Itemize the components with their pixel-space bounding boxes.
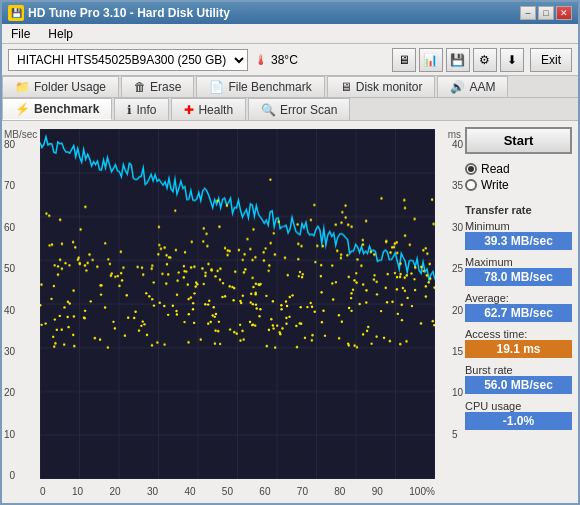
minimize-button[interactable]: – bbox=[520, 6, 536, 20]
window-title: HD Tune Pro 3.10 - Hard Disk Utility bbox=[28, 6, 230, 20]
title-bar: 💾 HD Tune Pro 3.10 - Hard Disk Utility –… bbox=[2, 2, 578, 24]
maximum-value: 78.0 MB/sec bbox=[465, 268, 572, 286]
y-axis-right: 40 35 30 25 20 15 10 5 bbox=[452, 139, 463, 481]
tab-error-scan[interactable]: 🔍 Error Scan bbox=[248, 98, 350, 120]
tab-disk-monitor[interactable]: 🖥 Disk monitor bbox=[327, 76, 436, 97]
info-icon: ℹ bbox=[127, 103, 132, 117]
minimum-value: 39.3 MB/sec bbox=[465, 232, 572, 250]
benchmark-icon: ⚡ bbox=[15, 102, 30, 116]
access-time-value: 19.1 ms bbox=[465, 340, 572, 358]
write-radio[interactable] bbox=[465, 179, 477, 191]
cpu-usage-title: CPU usage bbox=[465, 400, 572, 412]
right-panel: Start Read Write Transfer rate Minimum 3… bbox=[463, 121, 578, 503]
maximum-stat: Maximum 78.0 MB/sec bbox=[465, 256, 572, 286]
main-window: 💾 HD Tune Pro 3.10 - Hard Disk Utility –… bbox=[0, 0, 580, 505]
burst-rate-stat: Burst rate 56.0 MB/sec bbox=[465, 364, 572, 394]
average-value: 62.7 MB/sec bbox=[465, 304, 572, 322]
read-radio-row[interactable]: Read bbox=[465, 162, 572, 176]
cpu-usage-stat: CPU usage -1.0% bbox=[465, 400, 572, 430]
menu-file[interactable]: File bbox=[8, 27, 33, 41]
main-content: MB/sec ms 80 70 60 50 40 30 20 10 0 40 3… bbox=[2, 121, 578, 503]
minimum-stat: Minimum 39.3 MB/sec bbox=[465, 220, 572, 250]
menu-bar: File Help bbox=[2, 24, 578, 44]
write-radio-row[interactable]: Write bbox=[465, 178, 572, 192]
error-scan-icon: 🔍 bbox=[261, 103, 276, 117]
tab-row-2: ⚡ Benchmark ℹ Info ✚ Health 🔍 Error Scan bbox=[2, 98, 578, 121]
toolbar-btn-3[interactable]: 💾 bbox=[446, 48, 470, 72]
monitor-icon: 🖥 bbox=[340, 80, 352, 94]
burst-rate-value: 56.0 MB/sec bbox=[465, 376, 572, 394]
start-button[interactable]: Start bbox=[465, 127, 572, 154]
transfer-rate-title: Transfer rate bbox=[465, 204, 572, 216]
thermometer-icon: 🌡 bbox=[254, 52, 268, 68]
maximum-label: Maximum bbox=[465, 256, 572, 268]
temperature-value: 38°C bbox=[271, 53, 298, 67]
toolbar-btn-4[interactable]: ⚙ bbox=[473, 48, 497, 72]
file-icon: 📄 bbox=[209, 80, 224, 94]
y-axis-left: 80 70 60 50 40 30 20 10 0 bbox=[4, 139, 15, 481]
x-axis: 0 10 20 30 40 50 60 70 80 90 100% bbox=[40, 486, 435, 497]
exit-button[interactable]: Exit bbox=[530, 48, 572, 72]
chart-container: MB/sec ms 80 70 60 50 40 30 20 10 0 40 3… bbox=[2, 121, 463, 503]
tab-file-benchmark[interactable]: 📄 File Benchmark bbox=[196, 76, 324, 97]
toolbar: HITACHI HTS545025B9A300 (250 GB) 🌡 38°C … bbox=[2, 44, 578, 76]
tab-info[interactable]: ℹ Info bbox=[114, 98, 169, 120]
menu-help[interactable]: Help bbox=[45, 27, 76, 41]
minimum-label: Minimum bbox=[465, 220, 572, 232]
tab-erase[interactable]: 🗑 Erase bbox=[121, 76, 194, 97]
toolbar-btn-5[interactable]: ⬇ bbox=[500, 48, 524, 72]
disk-selector[interactable]: HITACHI HTS545025B9A300 (250 GB) bbox=[8, 49, 248, 71]
mode-radio-group: Read Write bbox=[465, 162, 572, 192]
toolbar-icons: 🖥 📊 💾 ⚙ ⬇ bbox=[392, 48, 524, 72]
burst-rate-title: Burst rate bbox=[465, 364, 572, 376]
write-label: Write bbox=[481, 178, 509, 192]
aam-icon: 🔊 bbox=[450, 80, 465, 94]
app-icon: 💾 bbox=[8, 5, 24, 21]
tab-health[interactable]: ✚ Health bbox=[171, 98, 246, 120]
cpu-usage-value: -1.0% bbox=[465, 412, 572, 430]
toolbar-btn-2[interactable]: 📊 bbox=[419, 48, 443, 72]
folder-icon: 📁 bbox=[15, 80, 30, 94]
health-icon: ✚ bbox=[184, 103, 194, 117]
temperature-display: 🌡 38°C bbox=[254, 52, 298, 68]
read-label: Read bbox=[481, 162, 510, 176]
tab-benchmark[interactable]: ⚡ Benchmark bbox=[2, 98, 112, 120]
tab-aam[interactable]: 🔊 AAM bbox=[437, 76, 508, 97]
toolbar-btn-1[interactable]: 🖥 bbox=[392, 48, 416, 72]
erase-icon: 🗑 bbox=[134, 80, 146, 94]
tab-folder-usage[interactable]: 📁 Folder Usage bbox=[2, 76, 119, 97]
average-label: Average: bbox=[465, 292, 572, 304]
average-stat: Average: 62.7 MB/sec bbox=[465, 292, 572, 322]
close-button[interactable]: ✕ bbox=[556, 6, 572, 20]
maximize-button[interactable]: □ bbox=[538, 6, 554, 20]
window-controls: – □ ✕ bbox=[520, 6, 572, 20]
access-time-title: Access time: bbox=[465, 328, 572, 340]
tab-row-1: 📁 Folder Usage 🗑 Erase 📄 File Benchmark … bbox=[2, 76, 578, 98]
benchmark-chart bbox=[40, 129, 435, 479]
access-time-stat: Access time: 19.1 ms bbox=[465, 328, 572, 358]
read-radio[interactable] bbox=[465, 163, 477, 175]
